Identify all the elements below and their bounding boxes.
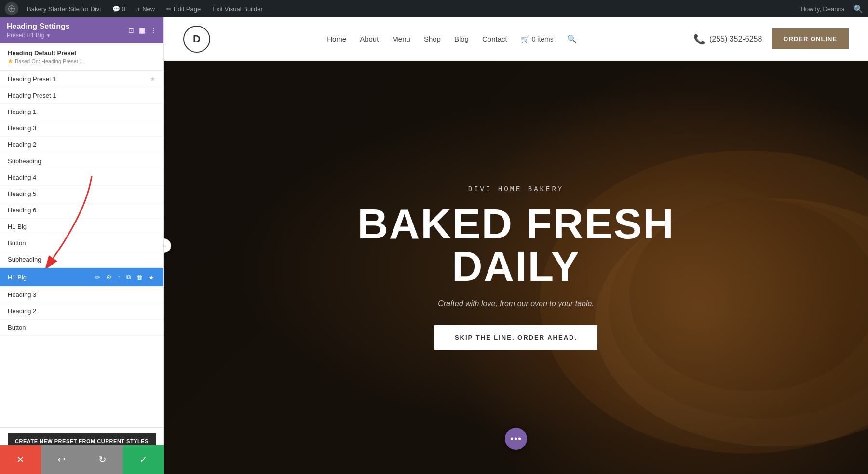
howdy-label: Howdy, Deanna [798,5,848,13]
search-icon[interactable]: 🔍 [854,4,863,14]
list-item[interactable]: Heading Preset 1 ★ [0,71,163,87]
edit-preset-icon[interactable]: ✏ [94,273,102,282]
default-preset-name: Heading Default Preset [8,49,156,56]
phone-area: 📞 (255) 352-6258 [693,33,762,45]
wp-logo-icon[interactable] [5,2,18,15]
cart-count: 0 items [532,35,554,43]
heading-settings-panel: Heading Settings Preset: H1 Big ▼ ⊡ ▦ ⋮ … [0,17,164,474]
redo-button[interactable]: ↻ [82,445,123,474]
list-item[interactable]: Button [0,235,163,251]
list-item[interactable]: Heading 1 [0,104,163,120]
default-preset-section: Heading Default Preset ★ Based On: Headi… [0,43,163,71]
hero-description: Crafted with love, from our oven to your… [357,299,675,308]
close-icon: ✕ [16,454,25,465]
list-item[interactable]: Subheading [0,153,163,169]
panel-header-icons: ⊡ ▦ ⋮ [128,27,157,34]
floating-dots-button[interactable]: ••• [505,428,527,450]
site-name[interactable]: Bakery Starter Site for Divi [24,5,104,13]
list-item[interactable]: Heading 6 [0,202,163,219]
copy-preset-icon[interactable]: ⧉ [125,272,132,282]
layout-icon[interactable]: ▦ [139,27,145,34]
list-item[interactable]: Heading Preset 1 [0,87,163,104]
comments-link[interactable]: 💬 0 [109,5,128,13]
bottom-toolbar: ✕ ↩ ↻ ✓ [0,445,164,474]
default-star-icon: ★ [8,58,13,65]
check-icon: ✓ [139,454,148,465]
nav-item-menu[interactable]: Menu [392,35,410,43]
hero-section: DIVI HOME BAKERY BAKED FRESH DAILY Craft… [164,61,868,474]
edit-page-link[interactable]: ✏ Edit Page [163,5,203,13]
cart-icon: 🛒 [521,35,529,43]
new-button[interactable]: + New [134,5,158,13]
settings-preset-icon[interactable]: ⚙ [105,273,113,282]
site-nav: Home About Menu Shop Blog Contact 🛒 0 it… [327,34,577,43]
preset-list: Heading Default Preset ★ Based On: Headi… [0,43,163,427]
cart-area[interactable]: 🛒 0 items [521,35,554,43]
exit-builder-link[interactable]: Exit Visual Builder [209,5,266,13]
list-item[interactable]: Button [0,320,163,336]
site-header: D Home About Menu Shop Blog Contact 🛒 0 … [164,17,868,61]
list-item[interactable]: Heading 5 [0,186,163,202]
admin-bar-right: Howdy, Deanna 🔍 [798,4,863,14]
undo-icon: ↩ [57,454,66,465]
hero-content: DIVI HOME BAKERY BAKED FRESH DAILY Craft… [347,185,685,350]
default-preset-based: ★ Based On: Heading Preset 1 [8,58,156,65]
hero-subtitle: DIVI HOME BAKERY [357,185,675,193]
panel-header: Heading Settings Preset: H1 Big ▼ ⊡ ▦ ⋮ [0,17,163,43]
phone-number: (255) 352-6258 [709,35,762,43]
nav-item-about[interactable]: About [360,35,379,43]
list-item[interactable]: Heading 2 [0,137,163,153]
close-button[interactable]: ✕ [0,445,41,474]
list-item-h1-big-active[interactable]: H1 Big ✏ ⚙ ↑ ⧉ 🗑 ★ [0,268,163,287]
panel-title: Heading Settings [7,22,70,31]
preset-star-icon[interactable]: ★ [150,75,156,83]
focus-mode-icon[interactable]: ⊡ [128,27,134,34]
nav-item-shop[interactable]: Shop [424,35,441,43]
hero-cta-button[interactable]: SKIP THE LINE. ORDER AHEAD. [434,325,597,350]
site-logo: D [183,26,210,53]
nav-item-blog[interactable]: Blog [454,35,469,43]
list-item[interactable]: Heading 3 [0,120,163,137]
admin-bar: Bakery Starter Site for Divi 💬 0 + New ✏… [0,0,868,17]
list-item[interactable]: Heading 3 [0,287,163,303]
redo-icon: ↻ [98,454,107,465]
preset-item-actions: ✏ ⚙ ↑ ⧉ 🗑 ★ [94,272,156,282]
main-content: ↔ D Home About Menu Shop Blog Contact 🛒 … [164,17,868,474]
delete-preset-icon[interactable]: 🗑 [135,273,144,282]
dots-icon: ••• [510,433,522,445]
nav-item-contact[interactable]: Contact [482,35,507,43]
phone-icon: 📞 [693,33,705,45]
export-preset-icon[interactable]: ↑ [116,273,122,282]
list-item[interactable]: Heading 2 [0,303,163,320]
preset-dropdown-arrow[interactable]: ▼ [46,33,51,38]
order-online-button[interactable]: ORDER ONLINE [772,28,849,49]
confirm-button[interactable]: ✓ [123,445,164,474]
more-options-icon[interactable]: ⋮ [150,27,157,34]
hero-title: BAKED FRESH DAILY [357,203,675,288]
star-preset-icon[interactable]: ★ [147,273,156,282]
list-item[interactable]: Subheading [0,251,163,268]
list-item[interactable]: H1 Big [0,219,163,235]
drag-handle-icon: ↔ [164,242,167,250]
panel-subtitle[interactable]: Preset: H1 Big ▼ [7,32,70,39]
search-icon[interactable]: 🔍 [567,34,577,43]
site-header-right: 📞 (255) 352-6258 ORDER ONLINE [693,28,849,49]
list-item[interactable]: Heading 4 [0,169,163,186]
undo-button[interactable]: ↩ [41,445,82,474]
active-preset-label: H1 Big [8,274,27,281]
nav-item-home[interactable]: Home [327,35,346,43]
